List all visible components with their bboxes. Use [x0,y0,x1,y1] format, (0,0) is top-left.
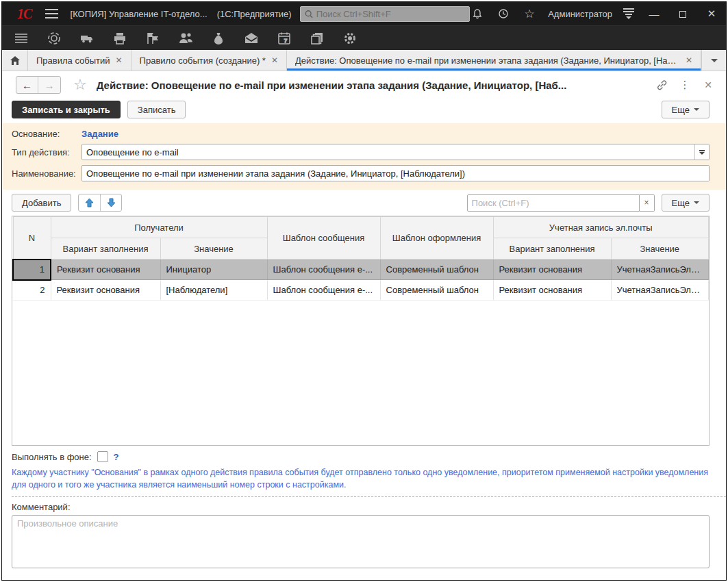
header-fields-panel: Основание: Задание Тип действия: Наимено… [2,123,726,190]
tab-action-notification[interactable]: Действие: Оповещение по e-mail при измен… [287,50,701,71]
minimize-button[interactable]: — [645,8,663,20]
form-header: ← → ☆ Действие: Оповещение по e-mail при… [2,71,726,99]
tab-event-rules[interactable]: Правила событий ✕ [28,50,131,71]
close-window-button[interactable]: ✕ [703,8,720,20]
cell-fill-option[interactable]: Реквизит основания [51,260,160,280]
cell-value[interactable]: [Наблюдатели] [160,280,267,301]
global-search-input[interactable] [316,9,465,19]
users-icon[interactable] [177,30,194,47]
notifications-bell-icon[interactable] [470,6,485,21]
action-type-input[interactable] [82,144,694,160]
title-bar: 1С [КОПИЯ] Управление IT-отдело... (1С:П… [2,2,726,25]
maximize-button[interactable] [674,8,692,20]
col-header-recipients[interactable]: Получатели [51,217,267,238]
cell-email-value[interactable]: УчетнаяЗаписьЭлек... [611,260,708,280]
window-title: [КОПИЯ] Управление IT-отдело... [71,9,208,19]
lifebuoy-icon[interactable] [46,30,62,47]
calendar-icon[interactable]: 7 [276,30,292,47]
move-down-button[interactable] [100,194,121,211]
calendar-day-number: 7 [284,38,288,44]
table-search: × [467,194,655,212]
chevron-down-icon [694,201,699,204]
favorite-star-icon[interactable]: ☆ [73,76,87,94]
col-header-email-value[interactable]: Значение [611,238,708,260]
mail-icon[interactable] [243,30,260,47]
printer-icon[interactable] [112,30,128,47]
name-input[interactable] [82,166,709,181]
table-row[interactable]: 2 Реквизит основания [Наблюдатели] Шабло… [13,280,709,301]
add-row-button[interactable]: Добавить [12,194,71,212]
cell-value[interactable]: Инициатор [160,260,267,280]
tab-overflow-button[interactable] [701,50,726,71]
col-header-message-template[interactable]: Шаблон сообщения [267,217,380,260]
truck-icon[interactable] [79,30,95,47]
cell-design-template[interactable]: Современный шаблон [380,260,493,280]
tab-bar: Правила событий ✕ Правило события (созда… [2,50,726,71]
more-menu-icon[interactable]: ⋮ [677,77,693,93]
table-toolbar: Добавить × Еще [2,190,726,216]
save-close-button[interactable]: Записать и закрыть [12,101,121,118]
cell-email-fill-option[interactable]: Реквизит основания [493,280,611,301]
run-in-background-checkbox[interactable] [97,451,108,462]
row-number: 1 [13,260,51,280]
flags-icon[interactable] [145,30,161,47]
comment-textarea[interactable] [12,515,710,568]
link-icon[interactable] [653,77,670,93]
cell-email-fill-option[interactable]: Реквизит основания [493,260,611,280]
app-window: 1С [КОПИЯ] Управление IT-отдело... (1С:П… [1,1,727,581]
table-more-button[interactable]: Еще [662,194,710,212]
sections-menu-icon[interactable] [13,30,29,47]
col-header-value[interactable]: Значение [160,238,267,260]
service-menu-icon[interactable] [623,8,634,19]
tab-close-icon[interactable]: ✕ [116,55,123,65]
current-user[interactable]: Администратор [548,9,612,19]
help-question-link[interactable]: ? [114,452,119,462]
money-bag-icon[interactable]: $ [210,30,227,47]
cell-fill-option[interactable]: Реквизит основания [51,280,160,301]
cell-design-template[interactable]: Современный шаблон [380,280,493,301]
svg-text:$: $ [217,37,221,43]
back-button[interactable]: ← [16,77,38,93]
base-value-link[interactable]: Задание [81,129,118,139]
run-in-background-row: Выполнять в фоне: ? [2,446,726,464]
cell-message-template[interactable]: Шаблон сообщения e-... [267,260,380,280]
move-up-button[interactable] [79,194,100,211]
tab-close-icon[interactable]: ✕ [271,55,278,65]
global-search[interactable] [300,6,470,22]
command-bar: Записать и закрыть Записать Еще [2,99,726,123]
col-header-email-fill-option[interactable]: Вариант заполнения [493,238,611,260]
app-name: (1С:Предприятие) [217,9,292,19]
forward-button[interactable]: → [38,77,60,93]
tab-home[interactable] [2,50,28,71]
tab-label: Действие: Оповещение по e-mail при измен… [295,55,680,66]
documents-icon[interactable] [309,30,325,47]
tab-event-rule-new[interactable]: Правило события (создание) * ✕ [131,50,287,71]
form-title: Действие: Оповещение по e-mail при измен… [97,79,647,91]
more-button[interactable]: Еще [662,101,710,118]
col-header-n[interactable]: N [13,217,51,260]
main-menu-icon[interactable] [45,9,58,18]
history-icon[interactable] [496,6,511,21]
1c-logo: 1С [17,6,32,22]
gear-icon[interactable] [342,30,358,47]
combo-dropdown-icon[interactable] [694,144,709,160]
comment-label: Комментарий: [2,497,726,515]
table-search-input[interactable] [467,194,640,212]
cell-message-template[interactable]: Шаблон сообщения e-... [267,280,380,301]
cell-email-value[interactable]: УчетнаяЗаписьЭлек... [611,280,708,301]
chevron-down-icon [711,59,718,62]
clear-search-icon[interactable]: × [640,194,655,212]
name-field[interactable] [81,165,710,181]
recipients-table[interactable]: N Получатели Шаблон сообщения Шаблон офо… [12,216,710,446]
save-button[interactable]: Записать [127,101,186,118]
favorites-star-icon[interactable]: ☆ [522,6,537,21]
close-form-icon[interactable]: ✕ [700,77,716,93]
col-header-design-template[interactable]: Шаблон оформления [380,217,493,260]
col-header-fill-option[interactable]: Вариант заполнения [51,238,160,260]
sections-toolbar: $ 7 [2,25,726,50]
table-row[interactable]: 1 Реквизит основания Инициатор Шаблон со… [13,260,709,280]
action-type-combobox[interactable] [81,144,710,160]
col-header-email-account[interactable]: Учетная запись эл.почты [493,217,708,238]
tab-close-icon[interactable]: ✕ [686,55,692,65]
row-number: 2 [13,280,51,301]
